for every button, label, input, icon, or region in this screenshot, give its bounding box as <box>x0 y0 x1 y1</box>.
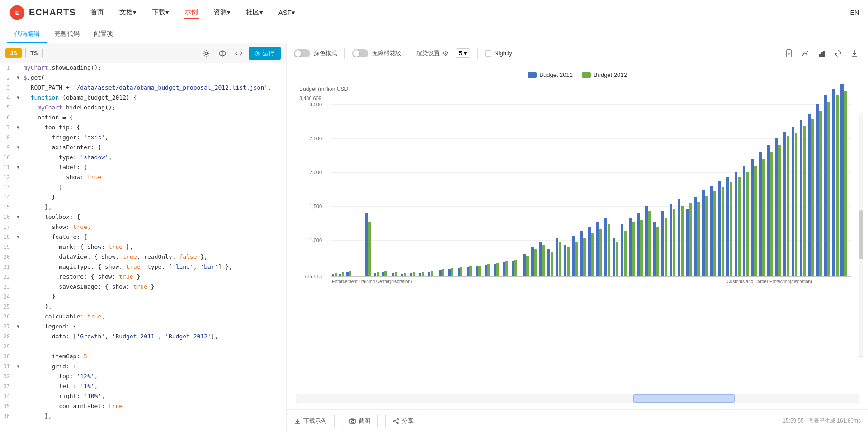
svg-rect-140 <box>816 104 819 276</box>
svg-rect-83 <box>583 238 586 276</box>
svg-rect-138 <box>808 114 811 276</box>
svg-rect-80 <box>572 236 575 276</box>
no-barrier-toggle[interactable]: 无障碍花纹 <box>352 49 401 57</box>
lang-ts-button[interactable]: TS <box>25 48 43 58</box>
svg-rect-126 <box>759 152 762 276</box>
svg-rect-144 <box>832 89 835 276</box>
lang-js-button[interactable]: JS <box>5 48 22 58</box>
svg-point-2 <box>205 52 208 54</box>
nav-asf[interactable]: ASF▾ <box>278 7 296 19</box>
chart-type-icon-btn[interactable] <box>799 47 812 60</box>
bar-chart-icon-btn[interactable] <box>816 47 828 60</box>
code-line-2: 2 ▼ $.get( <box>0 73 286 83</box>
svg-rect-120 <box>735 172 737 276</box>
svg-point-151 <box>352 420 354 423</box>
svg-rect-108 <box>686 209 689 276</box>
nav-resources[interactable]: 资源▾ <box>212 6 231 19</box>
chart-bottom-scrollbar[interactable] <box>291 389 863 408</box>
dark-mode-toggle[interactable]: 深色模式 <box>294 49 337 57</box>
code-editor[interactable]: 1 myChart.showLoading(); 2 ▼ $.get( 3 RO… <box>0 63 286 432</box>
refresh-icon-btn[interactable] <box>832 47 844 60</box>
save-icon-btn[interactable] <box>848 47 861 60</box>
svg-rect-88 <box>604 218 607 276</box>
nav-download[interactable]: 下载▾ <box>151 6 170 19</box>
code-line-24: 24 } <box>0 292 286 302</box>
code-line-5: 5 myChart.hideLoading(); <box>0 103 286 113</box>
render-gear-icon[interactable]: ⚙ <box>443 50 448 57</box>
screenshot-button[interactable]: 截图 <box>342 414 378 428</box>
nav-community[interactable]: 社区▾ <box>245 6 264 19</box>
code-line-12: 12 show: true <box>0 173 286 183</box>
nav-docs[interactable]: 文档▾ <box>118 6 137 19</box>
toolbar-divider-2 <box>409 48 409 59</box>
download-code-icon-btn[interactable] <box>783 47 796 60</box>
svg-rect-107 <box>681 206 684 276</box>
share-button[interactable]: 分享 <box>385 414 421 428</box>
settings-icon-btn[interactable] <box>200 47 212 60</box>
svg-rect-105 <box>673 209 675 276</box>
svg-rect-77 <box>559 242 561 276</box>
timestamp-value: 15:59:55 <box>783 418 804 424</box>
tab-full-code[interactable]: 完整代码 <box>47 26 87 43</box>
svg-rect-109 <box>689 203 692 276</box>
svg-rect-152 <box>351 418 354 419</box>
svg-rect-61 <box>487 264 490 276</box>
legend-item-2011[interactable]: Budget 2011 <box>528 71 573 78</box>
tab-config[interactable]: 配置项 <box>87 26 120 43</box>
logo[interactable]: E ECHARTS <box>9 5 76 21</box>
nav-home[interactable]: 首页 <box>90 6 105 19</box>
code-line-29: 29 <box>0 342 286 352</box>
svg-text:2,500: 2,500 <box>309 136 322 141</box>
nightly-checkbox[interactable] <box>485 50 491 57</box>
tab-code-editor[interactable]: 代码编辑 <box>7 26 47 43</box>
nav-lang[interactable]: EN <box>850 9 859 16</box>
code-line-14: 14 } <box>0 193 286 203</box>
sub-tabs: 代码编辑 完整代码 配置项 <box>0 25 868 43</box>
nightly-checkbox-group: Nightly <box>485 50 512 57</box>
code-icon-btn[interactable] <box>232 47 245 60</box>
svg-rect-117 <box>722 187 724 276</box>
svg-rect-66 <box>512 261 514 276</box>
svg-rect-116 <box>718 181 721 276</box>
svg-rect-32 <box>346 272 349 276</box>
chart-right-scrollbar[interactable] <box>859 113 863 357</box>
3d-icon-btn[interactable] <box>216 47 229 60</box>
svg-rect-128 <box>767 145 770 276</box>
svg-text:3,000: 3,000 <box>309 102 322 107</box>
screenshot-label: 截图 <box>359 417 370 425</box>
code-line-7: 7 ▼ tooltip: { <box>0 123 286 133</box>
svg-rect-104 <box>670 204 672 276</box>
download-example-button[interactable]: 下载示例 <box>287 414 335 428</box>
code-icon <box>235 50 242 57</box>
num-select[interactable]: 5 ▾ <box>456 48 470 58</box>
svg-rect-127 <box>762 159 765 276</box>
code-line-10: 10 type: 'shadow', <box>0 153 286 163</box>
camera-icon <box>349 418 356 424</box>
no-barrier-thumb <box>353 50 359 57</box>
svg-rect-60 <box>485 265 487 276</box>
code-line-16: 16 ▼ toolbox: { <box>0 213 286 223</box>
code-line-28: 28 data: ['Growth', 'Budget 2011', 'Budg… <box>0 332 286 342</box>
bar-chart-svg: Budget (million USD) 3,436.609 3,000 2,5… <box>291 82 863 304</box>
code-line-36: 36 }, <box>0 412 286 422</box>
svg-text:725.513: 725.513 <box>304 274 322 279</box>
no-barrier-track[interactable] <box>352 49 368 57</box>
svg-rect-112 <box>702 190 705 276</box>
code-line-17: 17 show: true, <box>0 223 286 233</box>
run-button[interactable]: 运行 <box>249 47 281 60</box>
dark-mode-track[interactable] <box>294 49 310 57</box>
svg-rect-132 <box>783 132 786 276</box>
svg-rect-28 <box>332 274 334 276</box>
scrollbar-thumb[interactable] <box>633 394 735 403</box>
svg-rect-115 <box>713 191 716 276</box>
code-line-26: 26 calculable: true, <box>0 312 286 322</box>
svg-rect-106 <box>678 199 680 276</box>
svg-rect-110 <box>694 197 697 276</box>
nav-examples[interactable]: 示例 <box>184 6 199 19</box>
legend-item-2012[interactable]: Budget 2012 <box>582 71 627 78</box>
svg-rect-54 <box>458 268 460 276</box>
code-line-31: 31 ▼ grid: { <box>0 362 286 372</box>
scrollbar-track[interactable] <box>296 394 859 403</box>
svg-rect-133 <box>787 136 789 276</box>
file-icon <box>785 49 793 57</box>
